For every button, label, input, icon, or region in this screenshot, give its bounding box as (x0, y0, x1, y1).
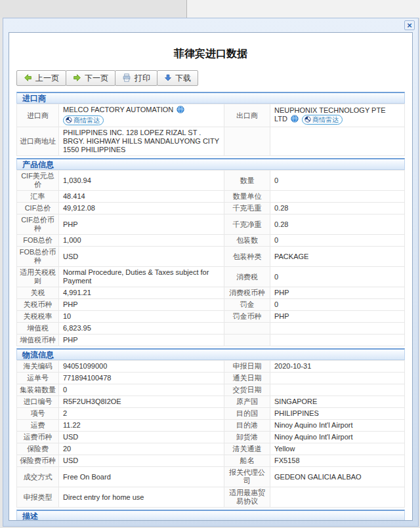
logistics-section-header: 物流信息 (16, 348, 405, 360)
field-label: 运费币种 (17, 432, 59, 443)
field-label: 关税币种 (17, 299, 59, 311)
field-label: 集装箱数量 (17, 384, 59, 396)
field-label: 消费税币种 (224, 287, 270, 299)
prev-page-button[interactable]: 上一页 (16, 70, 66, 86)
close-icon[interactable]: × (404, 20, 415, 30)
next-page-label: 下一页 (85, 73, 108, 83)
field-label: 申报日期 (224, 361, 270, 373)
field-label: 申报类型 (17, 487, 59, 508)
table-row: 运费币种USD卸货港Ninoy Aquino Int'l Airport (17, 432, 405, 443)
field-label: 适用关税税则 (17, 267, 59, 287)
field-label: 保险费币种 (17, 455, 59, 467)
importer-value-cell: MELCO FACTORY AUTOMATION 商情雷达 (59, 104, 224, 127)
field-label: 通关日期 (224, 373, 270, 384)
table-row: 申报类型Direct entry for home use适用最惠贸易协议 (17, 487, 405, 508)
toolbar: 上一页 下一页 打印 下载 (16, 70, 405, 86)
description-section: 描述 产品描述1 HPR2-100SW HIGH POWER LED RING … (16, 510, 405, 521)
field-value: Yellow (270, 443, 405, 455)
field-value: 1,030.94 (59, 171, 224, 191)
table-row: CIF总价49,912.08千克毛重0.28 (17, 203, 405, 214)
field-label: 数量单位 (224, 191, 270, 203)
field-value: 49,912.08 (59, 203, 224, 214)
field-value: 771894100478 (59, 373, 224, 384)
field-value: 2 (59, 408, 224, 420)
arrow-right-icon (73, 73, 81, 82)
print-button[interactable]: 打印 (115, 70, 158, 86)
page-title: 菲律宾进口数据 (16, 47, 405, 61)
field-label: 原产国 (224, 396, 270, 408)
field-label: 保险费 (17, 443, 59, 455)
importer-section: 进口商 进口商 MELCO FACTORY AUTOMATION 商情雷达 出口… (16, 92, 405, 156)
field-value: PHP (59, 299, 224, 311)
field-value: PACKAGE (270, 247, 405, 267)
field-label: 关税税率 (17, 311, 59, 323)
field-value: Ninoy Aquino Int'l Airport (270, 420, 405, 432)
field-label: 交货日期 (224, 384, 270, 396)
printer-icon (122, 73, 131, 82)
field-value: 6,823.95 (59, 323, 224, 335)
field-label: 罚金 (224, 299, 270, 311)
globe-icon[interactable] (291, 115, 299, 125)
table-row: 运单号771894100478通关日期 (17, 373, 405, 384)
field-label: 汇率 (17, 191, 59, 203)
exporter-value-cell: NEUPHONIX TECHNOLOGY PTE LTD 商情雷达 (270, 104, 405, 127)
importer-section-header: 进口商 (16, 92, 405, 104)
field-label: 千克毛重 (224, 203, 270, 214)
field-value: 0 (270, 267, 405, 287)
table-row: 关税税率10罚金币种PHP (17, 311, 405, 323)
field-value: PHP (270, 287, 405, 299)
field-label: 项号 (17, 408, 59, 420)
badge-label: 商情雷达 (312, 116, 339, 123)
field-label: 目的国 (224, 408, 270, 420)
shangqing-radar-badge[interactable]: 商情雷达 (63, 115, 104, 125)
empty-cell (270, 127, 405, 156)
prev-page-label: 上一页 (35, 73, 59, 83)
field-label: 包装种类 (224, 247, 270, 267)
field-value: PHP (270, 311, 405, 323)
table-row: 海关编码94051099000申报日期2020-10-31 (17, 361, 405, 373)
globe-icon[interactable] (177, 106, 184, 115)
field-label: 进口编号 (17, 396, 59, 408)
field-value: Ninoy Aquino Int'l Airport (270, 432, 405, 443)
product-table: CIF美元总价1,030.94数量0 汇率48.414数量单位 CIF总价49,… (16, 170, 405, 346)
field-value: USD (59, 247, 224, 267)
field-value: 94051099000 (59, 361, 224, 373)
field-value: Free On Board (59, 467, 224, 487)
table-row: 进口商地址 PHILIPPINES INC. 128 LOPEZ RIZAL S… (17, 127, 405, 156)
logistics-section: 物流信息 海关编码94051099000申报日期2020-10-31 运单号77… (16, 348, 405, 508)
field-label: FOB总价 (17, 235, 59, 247)
table-row: 运费11.22目的港Ninoy Aquino Int'l Airport (17, 420, 405, 432)
table-row: 集装箱数量0交货日期 (17, 384, 405, 396)
field-label: FOB总价币种 (17, 247, 59, 267)
field-value: FX5158 (270, 455, 405, 467)
field-value (270, 323, 405, 335)
shangqing-radar-badge[interactable]: 商情雷达 (302, 115, 343, 125)
field-label: 增值税 (17, 323, 59, 335)
field-label: 成交方式 (17, 467, 59, 487)
download-button[interactable]: 下载 (157, 70, 198, 86)
product-section: 产品信息 CIF美元总价1,030.94数量0 汇率48.414数量单位 CIF… (16, 158, 405, 346)
field-label: 消费税 (224, 267, 270, 287)
field-value (270, 373, 405, 384)
field-value: PHP (59, 214, 224, 235)
table-row: 进口编号R5F2UH3Q8I2OE原产国SINGAPORE (17, 396, 405, 408)
field-value: 10 (59, 311, 224, 323)
table-row: 适用关税税则Normal Procedure, Duties & Taxes s… (17, 267, 405, 287)
field-label: 船名 (224, 455, 270, 467)
field-label: 数量 (224, 171, 270, 191)
table-row: FOB总价币种USD包装种类PACKAGE (17, 247, 405, 267)
field-value: 0.28 (270, 214, 405, 235)
next-page-button[interactable]: 下一页 (66, 70, 116, 86)
table-row: CIF总价币种PHP千克净重0.28 (17, 214, 405, 235)
table-row: 关税币种PHP罚金0 (17, 299, 405, 311)
field-label: 适用最惠贸易协议 (224, 487, 270, 508)
field-label: 罚金币种 (224, 311, 270, 323)
field-value: 0 (270, 171, 405, 191)
field-label: CIF总价币种 (17, 214, 59, 235)
field-value: GEDEON GALICIA ALBAO (270, 467, 405, 487)
print-label: 打印 (135, 73, 150, 83)
field-label: CIF总价 (17, 203, 59, 214)
table-row: 增值税币种PHP (17, 335, 405, 346)
field-label: 运单号 (17, 373, 59, 384)
table-row: 增值税6,823.95 (17, 323, 405, 335)
